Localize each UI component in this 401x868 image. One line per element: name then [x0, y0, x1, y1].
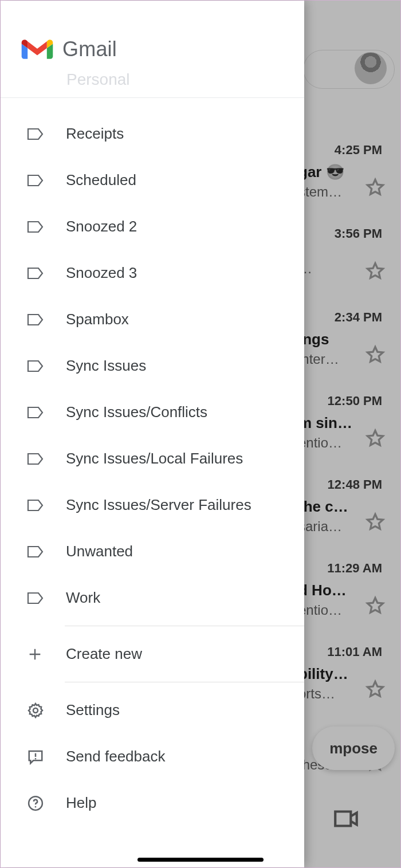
send-feedback[interactable]: Send feedback — [1, 733, 304, 780]
drawer-item-label: Snoozed 2 — [66, 218, 137, 235]
label-receipts[interactable]: Receipts — [1, 111, 304, 157]
label-icon — [27, 591, 44, 605]
label-icon — [27, 313, 44, 327]
label-icon — [27, 174, 44, 187]
svg-point-0 — [33, 708, 38, 713]
drawer-item-label: Snoozed 3 — [66, 264, 137, 282]
divider — [65, 682, 304, 682]
label-sync-issues[interactable]: Sync Issues — [1, 343, 304, 389]
drawer-header: Gmail — [1, 1, 304, 98]
label-icon — [27, 545, 44, 559]
drawer-item-label: Send feedback — [66, 748, 165, 765]
drawer-item-label: Create new — [66, 645, 142, 663]
label-spambox[interactable]: Spambox — [1, 296, 304, 343]
navigation-drawer[interactable]: Gmail Personal Receipts Scheduled Snooze… — [1, 1, 304, 867]
label-icon — [27, 406, 44, 419]
drawer-item-label: Settings — [66, 701, 120, 719]
label-scheduled[interactable]: Scheduled — [1, 157, 304, 203]
label-snoozed-3[interactable]: Snoozed 3 — [1, 250, 304, 296]
label-sync-conflicts[interactable]: Sync Issues/Conflicts — [1, 389, 304, 435]
svg-point-1 — [35, 757, 37, 759]
label-snoozed-2[interactable]: Snoozed 2 — [1, 203, 304, 250]
feedback-icon — [27, 748, 44, 765]
settings[interactable]: Settings — [1, 687, 304, 733]
label-unwanted[interactable]: Unwanted — [1, 528, 304, 575]
help-icon — [27, 795, 44, 812]
drawer-item-label: Help — [66, 794, 96, 812]
drawer-item-label: Spambox — [66, 311, 129, 328]
app-title: Gmail — [62, 37, 117, 61]
label-icon — [27, 359, 44, 373]
svg-point-3 — [35, 806, 37, 808]
gear-icon — [27, 702, 44, 719]
plus-icon — [27, 646, 43, 662]
ghost-label: Personal — [66, 70, 130, 89]
drawer-item-label: Sync Issues/Server Failures — [66, 496, 251, 514]
drawer-item-label: Scheduled — [66, 171, 136, 189]
divider — [65, 626, 304, 626]
drawer-item-label: Sync Issues — [66, 357, 146, 375]
drawer-item-label: Sync Issues/Local Failures — [66, 450, 243, 468]
label-sync-local-failures[interactable]: Sync Issues/Local Failures — [1, 435, 304, 482]
label-icon — [27, 220, 44, 234]
label-icon — [27, 127, 44, 141]
create-new-label[interactable]: Create new — [1, 631, 304, 677]
label-sync-server-failures[interactable]: Sync Issues/Server Failures — [1, 482, 304, 528]
label-work[interactable]: Work — [1, 575, 304, 621]
drawer-item-label: Sync Issues/Conflicts — [66, 403, 207, 421]
label-icon — [27, 452, 44, 466]
drawer-item-label: Work — [66, 589, 100, 607]
gmail-logo-icon — [21, 37, 53, 61]
drawer-item-label: Unwanted — [66, 543, 133, 560]
help[interactable]: Help — [1, 780, 304, 826]
drawer-item-label: Receipts — [66, 125, 124, 143]
label-icon — [27, 498, 44, 512]
label-icon — [27, 266, 44, 280]
home-indicator — [137, 858, 264, 862]
